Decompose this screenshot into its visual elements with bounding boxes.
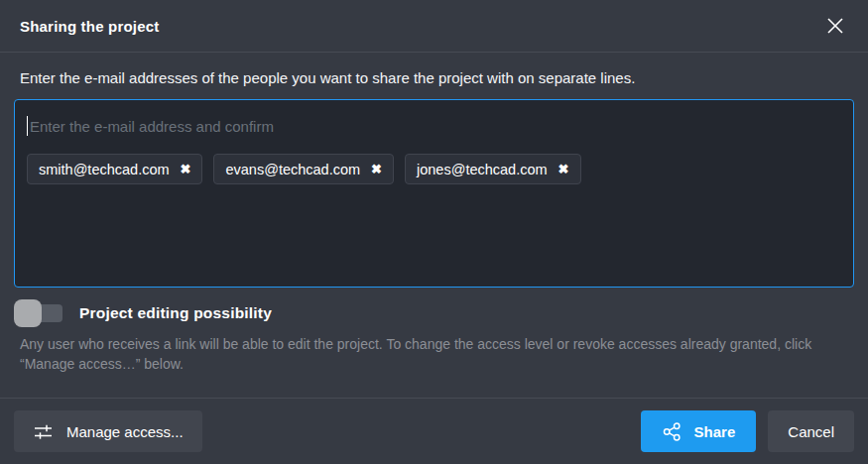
email-chip: smith@techcad.com ✖ [27, 154, 202, 184]
share-button[interactable]: Share [641, 410, 757, 452]
remove-email-icon[interactable]: ✖ [371, 163, 382, 175]
instruction-text: Enter the e-mail addresses of the people… [20, 69, 848, 86]
cancel-button[interactable]: Cancel [768, 410, 854, 452]
remove-email-icon[interactable]: ✖ [181, 163, 191, 175]
share-button-label: Share [694, 423, 736, 440]
close-button[interactable] [822, 13, 848, 39]
email-chip: jones@techcad.com ✖ [405, 154, 581, 184]
manage-access-label: Manage access... [66, 423, 184, 440]
toggle-knob [14, 299, 42, 327]
text-caret [27, 116, 28, 136]
dialog-header: Sharing the project [0, 0, 868, 53]
sliders-icon [33, 421, 54, 442]
email-input-line: Enter the e-mail address and confirm [27, 112, 841, 140]
editing-toggle-label: Project editing possibility [79, 304, 272, 322]
email-chip-text: evans@techcad.com [225, 162, 360, 177]
email-chip: evans@techcad.com ✖ [213, 154, 394, 184]
share-icon [662, 421, 682, 442]
manage-access-button[interactable]: Manage access... [14, 410, 202, 452]
email-chip-text: jones@techcad.com [417, 162, 548, 177]
close-icon [826, 17, 844, 35]
help-text: Any user who receives a link will be abl… [20, 334, 848, 374]
email-chip-row: smith@techcad.com ✖ evans@techcad.com ✖ … [27, 154, 841, 184]
dialog-content: Enter the e-mail addresses of the people… [0, 53, 868, 398]
email-chip-text: smith@techcad.com [39, 162, 170, 177]
dialog-title: Sharing the project [20, 18, 160, 35]
editing-toggle-row: Project editing possibility [14, 299, 854, 327]
editing-toggle[interactable] [14, 299, 63, 327]
dialog-footer: Manage access... Share Cancel [0, 398, 868, 464]
email-input-area[interactable]: Enter the e-mail address and confirm smi… [14, 99, 854, 288]
cancel-button-label: Cancel [788, 423, 834, 440]
remove-email-icon[interactable]: ✖ [558, 163, 569, 175]
email-input-placeholder: Enter the e-mail address and confirm [30, 118, 274, 135]
